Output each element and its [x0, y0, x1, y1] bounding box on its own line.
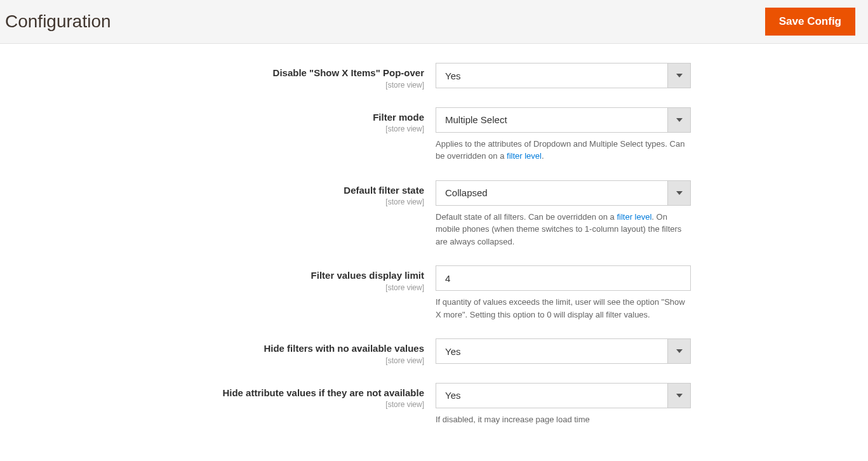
field-scope: [store view]	[13, 124, 424, 133]
filter-mode-select[interactable]: Multiple Select	[436, 107, 691, 133]
disable-popover-select[interactable]: Yes	[436, 63, 691, 88]
chevron-down-icon	[667, 63, 690, 88]
select-value: Collapsed	[436, 181, 667, 205]
filter-level-link[interactable]: filter level	[507, 151, 542, 161]
field-note: Default state of all filters. Can be ove…	[436, 211, 691, 248]
page-title: Configuration	[5, 11, 111, 32]
field-note: Applies to the attributes of Dropdown an…	[436, 138, 691, 163]
field-filter-mode: Filter mode [store view] Multiple Select…	[13, 107, 855, 163]
default-state-select[interactable]: Collapsed	[436, 180, 691, 206]
page-header: Configuration Save Config	[0, 0, 868, 44]
field-default-state: Default filter state [store view] Collap…	[13, 180, 855, 248]
field-disable-popover: Disable "Show X Items" Pop-over [store v…	[13, 63, 855, 90]
note-text: Applies to the attributes of Dropdown an…	[436, 139, 684, 161]
filter-level-link[interactable]: filter level	[617, 212, 651, 222]
chevron-down-icon	[667, 339, 690, 363]
field-control-col: Yes If disabled, it may increase page lo…	[436, 383, 691, 426]
field-label: Default filter state	[344, 185, 424, 196]
field-control-col: Yes	[436, 63, 691, 88]
field-control-col: Collapsed Default state of all filters. …	[436, 180, 691, 248]
field-label: Hide attribute values if they are not av…	[222, 387, 424, 398]
select-value: Yes	[436, 339, 667, 363]
field-label: Filter mode	[373, 112, 424, 123]
field-scope: [store view]	[13, 197, 424, 206]
field-label: Hide filters with no available values	[264, 343, 424, 354]
select-value: Multiple Select	[436, 108, 667, 132]
config-form: Disable "Show X Items" Pop-over [store v…	[0, 44, 868, 451]
chevron-down-icon	[667, 108, 690, 132]
chevron-down-icon	[667, 384, 690, 408]
select-value: Yes	[436, 384, 667, 408]
chevron-down-icon	[667, 181, 690, 205]
field-hide-unavailable: Hide attribute values if they are not av…	[13, 383, 855, 426]
field-note: If quantity of values exceeds the limit,…	[436, 296, 691, 321]
field-control-col: If quantity of values exceeds the limit,…	[436, 265, 691, 321]
field-label-col: Filter values display limit [store view]	[13, 265, 436, 292]
field-label-col: Hide filters with no available values [s…	[13, 338, 436, 365]
field-control-col: Yes	[436, 338, 691, 364]
field-label-col: Hide attribute values if they are not av…	[13, 383, 436, 410]
field-note: If disabled, it may increase page load t…	[436, 413, 691, 426]
field-scope: [store view]	[13, 81, 424, 90]
display-limit-input[interactable]	[436, 265, 691, 291]
field-display-limit: Filter values display limit [store view]…	[13, 265, 855, 321]
field-label-col: Default filter state [store view]	[13, 180, 436, 207]
field-scope: [store view]	[13, 400, 424, 409]
note-text: .	[542, 151, 544, 161]
field-label-col: Disable "Show X Items" Pop-over [store v…	[13, 63, 436, 90]
field-label: Filter values display limit	[311, 270, 424, 281]
field-hide-empty: Hide filters with no available values [s…	[13, 338, 855, 365]
field-scope: [store view]	[13, 356, 424, 365]
field-scope: [store view]	[13, 283, 424, 292]
hide-empty-select[interactable]: Yes	[436, 338, 691, 364]
field-control-col: Multiple Select Applies to the attribute…	[436, 107, 691, 163]
save-config-button[interactable]: Save Config	[765, 8, 855, 36]
hide-unavailable-select[interactable]: Yes	[436, 383, 691, 408]
select-value: Yes	[436, 63, 667, 88]
note-text: Default state of all filters. Can be ove…	[436, 212, 617, 222]
field-label-col: Filter mode [store view]	[13, 107, 436, 134]
field-label: Disable "Show X Items" Pop-over	[273, 67, 424, 78]
